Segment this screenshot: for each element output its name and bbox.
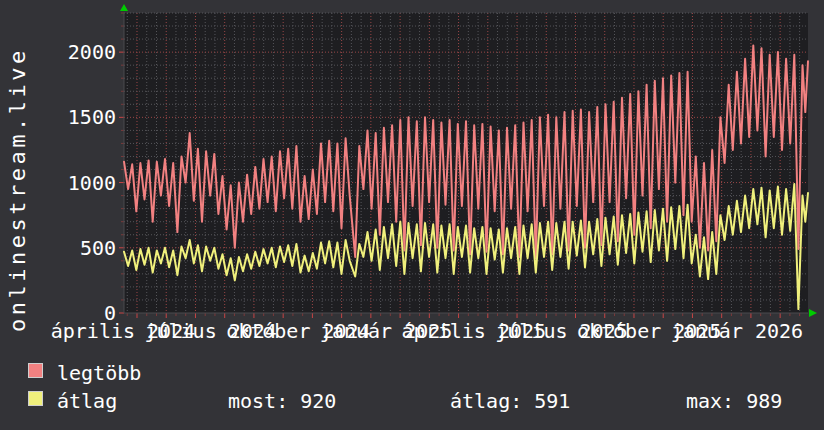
axis-arrow-icon (120, 4, 128, 11)
chart-canvas (124, 13, 808, 313)
legend-label-legtobb: legtöbb (57, 361, 141, 385)
chart-plot-area (124, 13, 808, 313)
y-tick-label: 500 (34, 236, 116, 260)
x-tick-label: január 2026 (587, 319, 824, 343)
y-tick-label: 2000 (34, 40, 116, 64)
stat-max: max: 989 (686, 389, 782, 413)
axis-arrow-icon (809, 309, 817, 317)
y-tick-label: 1500 (34, 105, 116, 129)
stat-atlag: átlag: 591 (450, 389, 570, 413)
legend-swatch-atlag (28, 391, 43, 406)
legend-swatch-legtobb (28, 363, 43, 378)
stat-most: most: 920 (228, 389, 336, 413)
graph-window: onlinestream.live 0500100015002000 ápril… (0, 0, 824, 430)
y-tick-label: 1000 (34, 171, 116, 195)
legend-label-atlag: átlag (57, 389, 117, 413)
site-vertical-label: onlinestream.live (5, 52, 31, 332)
